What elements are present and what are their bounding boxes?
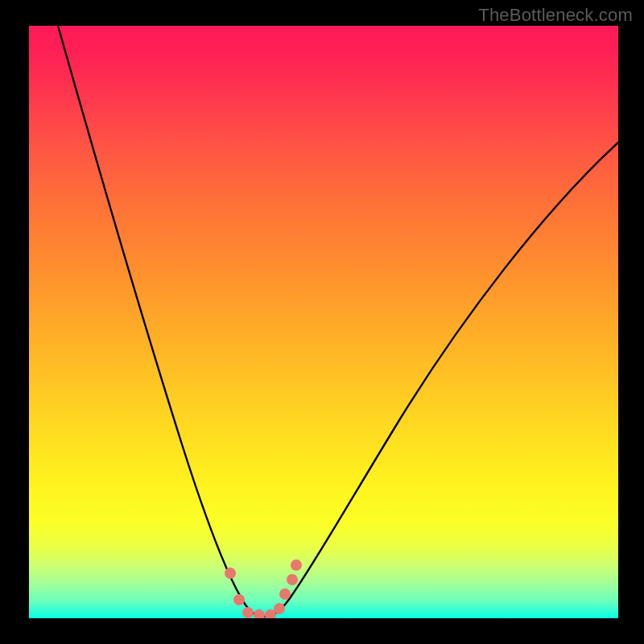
marker-dot: [279, 588, 291, 600]
plot-area: [29, 26, 618, 618]
marker-dot: [225, 568, 236, 579]
marker-dot: [242, 607, 254, 618]
marker-dot: [254, 609, 265, 618]
bottleneck-curve-path: [58, 26, 618, 617]
chart-container: TheBottleneck.com: [0, 0, 644, 644]
marker-dot: [233, 594, 245, 605]
marker-dot: [274, 603, 285, 614]
watermark-text: TheBottleneck.com: [478, 5, 633, 26]
marker-dot: [287, 574, 298, 585]
marker-dot: [291, 559, 302, 571]
curve-layer: [29, 26, 618, 618]
